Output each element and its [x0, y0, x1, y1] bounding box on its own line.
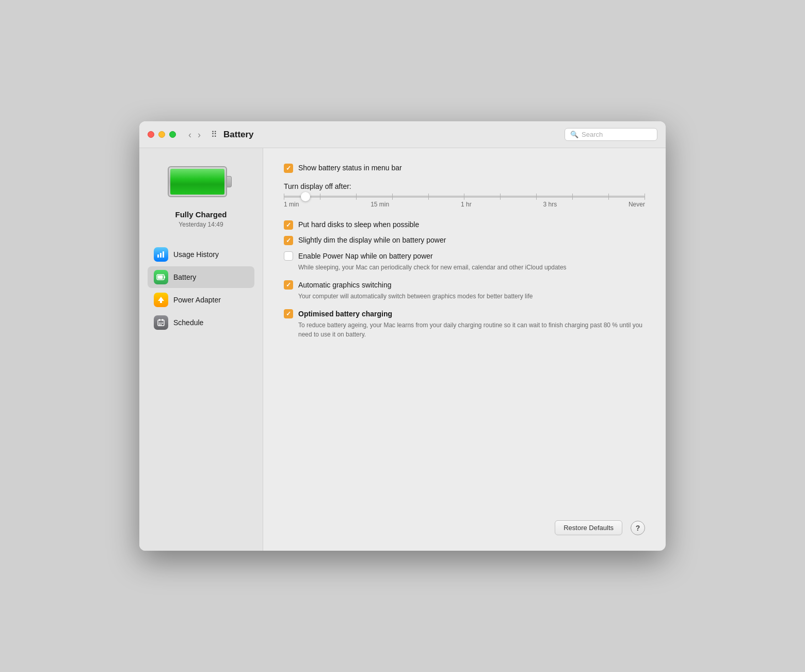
power-nap-row-top: Enable Power Nap while on battery power [284, 251, 433, 261]
battery-status-text: Fully Charged [175, 210, 227, 219]
battery-label: Battery [173, 273, 196, 281]
power-adapter-label: Power Adapter [173, 296, 221, 304]
auto-graphics-row: ✓ Automatic graphics switching Your comp… [284, 280, 645, 301]
slider-min-label: 1 min [284, 201, 299, 208]
battery-icon-wrapper [168, 164, 235, 200]
tick [464, 194, 464, 200]
sidebar-item-battery[interactable]: Battery [148, 266, 254, 288]
battery-icon [154, 270, 168, 284]
tick [536, 194, 537, 200]
nav-buttons: ‹ › [186, 129, 203, 140]
checkmark-icon: ✓ [286, 311, 291, 317]
titlebar: ‹ › ⠿ Battery 🔍 [139, 121, 666, 148]
main-window: ‹ › ⠿ Battery 🔍 Fully Charged Yesterday … [139, 121, 666, 551]
tick [320, 194, 320, 200]
checkmark-icon: ✓ [286, 237, 291, 244]
tick [645, 194, 645, 200]
minimize-button[interactable] [158, 131, 165, 138]
svg-rect-10 [159, 323, 160, 324]
sidebar: Fully Charged Yesterday 14:49 Usage Hist… [139, 148, 263, 551]
usage-history-label: Usage History [173, 250, 219, 259]
slider-mark3-label: 3 hrs [543, 201, 557, 208]
power-nap-checkbox[interactable] [284, 251, 293, 261]
auto-graphics-checkbox[interactable]: ✓ [284, 280, 293, 290]
tick [392, 194, 393, 200]
auto-graphics-desc: Your computer will automatically switch … [298, 292, 533, 301]
optimised-checkbox[interactable]: ✓ [284, 309, 293, 318]
svg-rect-12 [162, 323, 163, 324]
auto-graphics-row-top: ✓ Automatic graphics switching [284, 280, 392, 290]
svg-rect-1 [160, 253, 162, 258]
search-box: 🔍 [565, 128, 657, 141]
checkmark-icon: ✓ [286, 165, 291, 171]
optimised-row: ✓ Optimised battery charging To reduce b… [284, 309, 645, 339]
turn-display-label: Turn display off after: [284, 182, 645, 190]
slider-track [284, 196, 645, 198]
hard-disks-checkbox[interactable]: ✓ [284, 220, 293, 230]
svg-rect-14 [160, 324, 162, 325]
checkmark-icon: ✓ [286, 282, 291, 288]
back-button[interactable]: ‹ [186, 129, 194, 140]
checkmark-icon: ✓ [286, 222, 291, 228]
tick [428, 194, 429, 200]
grid-icon[interactable]: ⠿ [211, 130, 217, 139]
slider-thumb[interactable] [301, 192, 310, 201]
slider-labels: 1 min 15 min 1 hr 3 hrs Never [284, 201, 645, 208]
svg-rect-4 [158, 276, 163, 279]
sidebar-item-usage-history[interactable]: Usage History [148, 244, 254, 265]
slider-max-label: Never [629, 201, 645, 208]
power-nap-desc: While sleeping, your Mac can periodicall… [298, 263, 567, 272]
hard-disks-label: Put hard disks to sleep when possible [298, 220, 419, 229]
svg-rect-5 [164, 276, 165, 278]
usage-history-icon [154, 247, 168, 262]
auto-graphics-label: Automatic graphics switching [298, 281, 392, 289]
dim-display-row: ✓ Slightly dim the display while on batt… [284, 236, 645, 245]
tick [500, 194, 501, 200]
slider-mark2-label: 1 hr [461, 201, 472, 208]
slider-ticks [284, 194, 645, 200]
tick [572, 194, 573, 200]
forward-button[interactable]: › [196, 129, 203, 140]
tick [608, 194, 609, 200]
schedule-label: Schedule [173, 318, 203, 327]
battery-time-text: Yesterday 14:49 [179, 221, 223, 228]
tick [356, 194, 357, 200]
schedule-icon [154, 315, 168, 330]
sidebar-nav: Usage History Battery [148, 244, 254, 333]
search-input[interactable] [582, 131, 652, 138]
show-battery-row: ✓ Show battery status in menu bar [284, 164, 645, 173]
svg-rect-2 [163, 251, 164, 258]
tick [284, 194, 284, 200]
main-content: Fully Charged Yesterday 14:49 Usage Hist… [139, 148, 666, 551]
restore-defaults-button[interactable]: Restore Defaults [555, 520, 622, 535]
traffic-lights [148, 131, 176, 138]
sidebar-item-schedule[interactable]: Schedule [148, 312, 254, 333]
page-title: Battery [223, 130, 558, 140]
maximize-button[interactable] [169, 131, 176, 138]
slider-container [284, 196, 645, 198]
svg-marker-6 [158, 297, 164, 303]
battery-terminal [227, 176, 232, 187]
optimised-row-top: ✓ Optimised battery charging [284, 309, 392, 318]
svg-rect-0 [157, 254, 159, 258]
hard-disks-row: ✓ Put hard disks to sleep when possible [284, 220, 645, 230]
help-button[interactable]: ? [631, 521, 645, 535]
power-nap-row: Enable Power Nap while on battery power … [284, 251, 645, 272]
battery-image [168, 164, 235, 200]
power-adapter-icon [154, 293, 168, 307]
svg-rect-11 [160, 323, 162, 324]
dim-display-label: Slightly dim the display while on batter… [298, 236, 446, 244]
sidebar-item-power-adapter[interactable]: Power Adapter [148, 289, 254, 311]
battery-body [168, 166, 227, 197]
battery-fill [170, 169, 224, 195]
slider-section: Turn display off after: [284, 182, 645, 208]
dim-display-checkbox[interactable]: ✓ [284, 236, 293, 245]
settings-panel: ✓ Show battery status in menu bar Turn d… [263, 148, 666, 551]
power-nap-label: Enable Power Nap while on battery power [298, 252, 433, 260]
svg-rect-9 [162, 319, 163, 321]
svg-rect-8 [159, 319, 160, 321]
close-button[interactable] [148, 131, 154, 138]
show-battery-label: Show battery status in menu bar [298, 164, 402, 172]
optimised-desc: To reduce battery ageing, your Mac learn… [298, 321, 645, 339]
show-battery-checkbox[interactable]: ✓ [284, 164, 293, 173]
